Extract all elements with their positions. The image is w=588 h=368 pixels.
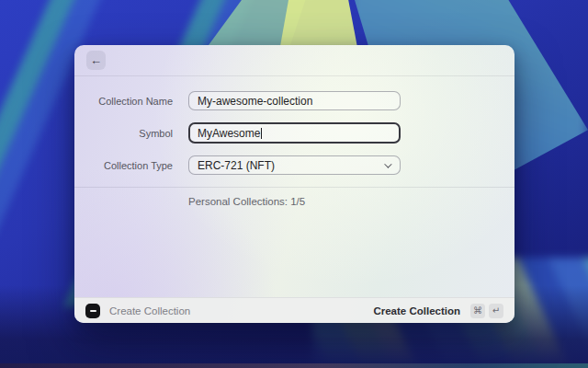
symbol-value: MyAwesome <box>198 127 260 140</box>
personal-collections-count: Personal Collections: 1/5 <box>74 188 514 207</box>
dash-glyph <box>90 310 96 312</box>
create-collection-action-button[interactable]: Create Collection <box>373 305 460 316</box>
create-collection-extension-icon <box>85 304 100 318</box>
collection-name-value: My-awesome-collection <box>198 95 312 108</box>
symbol-label: Symbol <box>74 128 173 139</box>
form-row-collection-type: Collection Type ERC-721 (NFT) <box>74 155 514 175</box>
footer-left: Create Collection <box>85 304 190 318</box>
symbol-input[interactable]: MyAwesome <box>188 122 401 144</box>
collection-form: Collection Name My-awesome-collection Sy… <box>74 76 514 207</box>
form-row-symbol: Symbol MyAwesome <box>74 122 514 144</box>
back-arrow-icon: ← <box>90 54 102 66</box>
window-header: ← <box>74 45 514 76</box>
back-button[interactable]: ← <box>86 51 106 70</box>
window-body: Collection Name My-awesome-collection Sy… <box>74 76 514 323</box>
command-key-icon: ⌘ <box>470 304 485 318</box>
collection-type-label: Collection Type <box>74 160 173 171</box>
collection-type-value: ERC-721 (NFT) <box>198 159 275 172</box>
form-row-collection-name: Collection Name My-awesome-collection <box>74 91 514 110</box>
window-footer: Create Collection Create Collection ⌘ ↵ <box>74 297 514 323</box>
footer-right: Create Collection ⌘ ↵ <box>373 304 503 318</box>
collection-name-label: Collection Name <box>74 96 173 107</box>
collection-type-dropdown[interactable]: ERC-721 (NFT) <box>188 155 401 175</box>
create-collection-window: ← Collection Name My-awesome-collection … <box>74 45 514 323</box>
collection-name-input[interactable]: My-awesome-collection <box>188 91 401 110</box>
text-caret <box>261 128 262 139</box>
wallpaper-bottom-edge <box>0 363 588 368</box>
chevron-down-icon <box>384 160 391 167</box>
return-key-icon: ↵ <box>489 304 503 318</box>
footer-app-label: Create Collection <box>109 305 190 316</box>
